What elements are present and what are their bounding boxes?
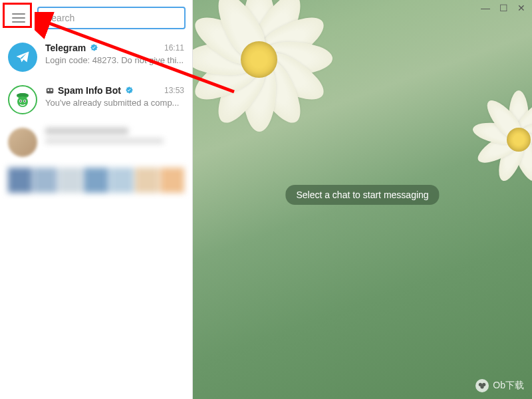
window-controls: — ☐ ✕ [474,0,532,16]
chat-time: 13:53 [164,86,184,95]
svg-point-7 [20,100,21,102]
blurred-row [0,164,192,197]
sidebar-header [0,0,192,36]
watermark-icon [475,379,489,392]
svg-point-8 [24,100,25,102]
chat-list: Telegram 16:11 Login code: 48273. Do not… [0,36,192,399]
main-area: Select a chat to start messaging Ob下载 [193,0,532,399]
avatar-telegram [8,43,37,72]
bot-type-icon [45,86,55,95]
chat-content-blurred [45,128,184,144]
search-input[interactable] [37,7,186,29]
chat-content: Spam Info Bot 13:53 You've already submi… [45,85,184,108]
bot-avatar-icon [13,90,33,110]
svg-rect-9 [47,88,54,94]
chat-title: Telegram [45,43,86,53]
minimize-button[interactable]: — [481,3,490,13]
background-flower [466,86,532,193]
maximize-button[interactable]: ☐ [499,3,508,13]
chat-item-telegram[interactable]: Telegram 16:11 Login code: 48273. Do not… [0,36,192,78]
chat-time: 16:11 [164,43,184,53]
hamburger-icon [12,13,25,23]
watermark: Ob下载 [475,379,524,392]
chat-content: Telegram 16:11 Login code: 48273. Do not… [45,43,184,65]
verified-icon [124,86,134,96]
watermark-text: Ob下载 [493,380,524,392]
chat-preview: Login code: 48273. Do not give thi... [45,55,184,65]
avatar-blurred [8,128,37,157]
svg-rect-10 [48,89,50,91]
telegram-icon [15,49,31,65]
svg-point-14 [481,385,484,388]
background-flower [193,0,339,140]
sidebar: Telegram 16:11 Login code: 48273. Do not… [0,0,193,399]
chat-item-blurred[interactable] [0,121,192,164]
svg-rect-11 [51,89,53,91]
menu-button[interactable] [7,6,31,30]
verified-icon [89,43,99,53]
close-button[interactable]: ✕ [517,3,525,13]
empty-state-message: Select a chat to start messaging [285,185,439,205]
chat-item-spam-bot[interactable]: Spam Info Bot 13:53 You've already submi… [0,78,192,121]
avatar-spam-bot [8,85,37,114]
chat-title: Spam Info Bot [58,85,121,96]
chat-preview: You've already submitted a comp... [45,98,184,108]
